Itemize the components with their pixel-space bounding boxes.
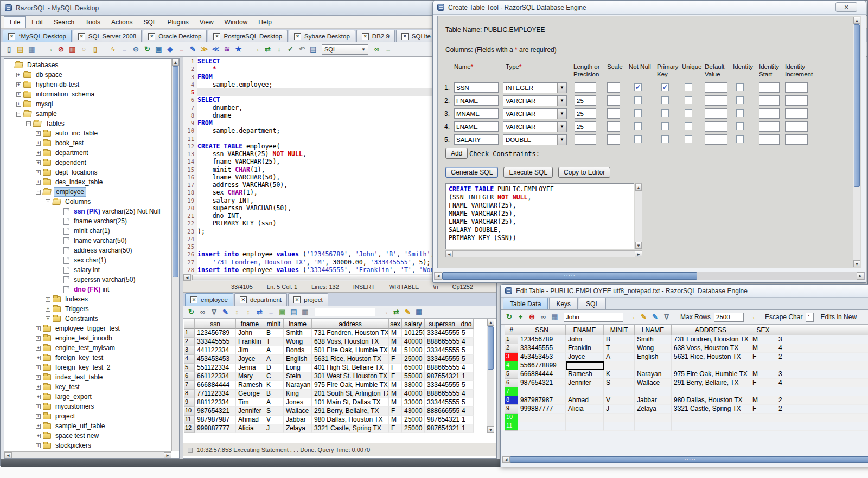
table-cell[interactable] — [672, 361, 750, 370]
tab-table-data[interactable]: Table Data — [503, 298, 548, 309]
dialog-horizontal-scrollbar[interactable]: ◄ ► — [434, 272, 865, 280]
identity-increment-input[interactable] — [785, 95, 808, 106]
tree-item-label[interactable]: superssn varchar(50) — [72, 275, 137, 284]
table-cell[interactable] — [635, 414, 672, 422]
tree-expander-icon[interactable]: + — [46, 297, 50, 302]
table-cell[interactable]: 5631 Rice, Houston TX — [672, 353, 750, 361]
table-cell[interactable]: 333445555 — [425, 355, 459, 364]
table-cell[interactable]: 731 Fondren, Houston TX — [672, 335, 750, 344]
table-cell[interactable]: 980 Dallas, Houston TX — [312, 416, 389, 424]
sql-vertical-scrollbar[interactable]: ▲ ▼ — [635, 183, 642, 249]
edit-sql-icon[interactable]: ✎ — [188, 44, 198, 54]
primary-key-checkbox[interactable] — [661, 96, 669, 104]
tree-item-label[interactable]: index_test_table — [54, 373, 104, 382]
table-cell[interactable]: 3321 Castle, Spring TX — [312, 424, 389, 433]
tree-item[interactable]: fname varchar(25) — [4, 216, 171, 226]
tree-item[interactable]: +mysql — [4, 99, 171, 109]
tree-item[interactable]: +hyphen-db-test — [4, 80, 171, 89]
table-cell[interactable]: 5 — [459, 398, 474, 407]
table-row[interactable]: 5551122334JennaDLong401 High St, Bellair… — [184, 364, 474, 372]
table-cell[interactable]: 123456789 — [195, 329, 236, 338]
table-row[interactable]: 8771122334GeorgeBKing201 South St, Arlin… — [184, 390, 474, 398]
tree-item[interactable]: +dept_locations — [4, 167, 171, 177]
table-cell[interactable]: F — [389, 407, 402, 416]
tree-item[interactable]: −Columns — [4, 197, 171, 206]
identity-increment-input[interactable] — [785, 82, 808, 93]
tree-item[interactable]: +dependent — [4, 158, 171, 167]
column-name-input[interactable] — [454, 95, 499, 106]
table-cell[interactable]: 5 — [459, 381, 474, 390]
tree-item[interactable]: sex char(1) — [4, 255, 171, 265]
table-row[interactable]: 11987987987AhmadVJabbar980 Dallas, Houst… — [184, 416, 474, 424]
key-icon[interactable]: ↕ — [232, 307, 242, 317]
default-value-input[interactable] — [705, 108, 727, 119]
table-cell[interactable]: M — [750, 344, 776, 353]
tree-expander-icon[interactable]: + — [36, 131, 41, 136]
connection-tab[interactable]: ✕*MySQL Desktop — [3, 30, 72, 42]
table-cell[interactable]: Zelaya — [635, 405, 672, 414]
table-row[interactable]: 3441122334JimABonds501 Fire Oak, Humble … — [184, 346, 474, 355]
results-tab[interactable]: ✕department — [234, 293, 287, 306]
table-cell[interactable]: 101 Main St, Dallas TX — [312, 398, 389, 407]
chevron-down-icon[interactable]: ▼ — [557, 122, 566, 132]
column-header[interactable]: ADDRESS — [672, 325, 750, 335]
column-header[interactable]: ssn — [195, 319, 236, 329]
tree-hscroll-track[interactable] — [12, 452, 164, 458]
tree-item[interactable]: +Triggers — [4, 304, 171, 314]
tree-expander-icon[interactable]: + — [36, 151, 41, 156]
table-row[interactable]: 9881122334TimAJones101 Main St, Dallas T… — [184, 398, 474, 407]
undo-icon[interactable]: ↶ — [297, 44, 307, 54]
column-header[interactable]: MINIT — [604, 325, 635, 335]
tree-item[interactable]: +key_test — [4, 382, 171, 392]
delete-row-icon[interactable]: ⊖ — [527, 312, 537, 322]
table-cell[interactable]: 123456789 — [518, 335, 566, 344]
tree-expander-icon[interactable]: + — [36, 375, 41, 380]
column-header[interactable]: salary — [402, 319, 425, 329]
unique-checkbox[interactable] — [685, 109, 692, 117]
tree-item-label[interactable]: book_test — [54, 139, 85, 147]
tree-item[interactable]: +index_test_table — [4, 372, 171, 382]
close-tab-icon[interactable]: ✕ — [78, 33, 85, 40]
table-cell[interactable]: 987987987 — [195, 416, 236, 424]
table-cell[interactable]: F — [389, 355, 402, 364]
table-cell[interactable]: King — [284, 390, 312, 398]
close-tab-icon[interactable]: ✕ — [148, 33, 155, 40]
table-cell[interactable]: 333445555 — [425, 381, 459, 390]
table-cell[interactable]: M — [750, 396, 776, 405]
row-number[interactable]: 10 — [505, 414, 518, 422]
edit-cell-icon[interactable]: ✎ — [220, 307, 231, 317]
connection-tab[interactable]: ✕PostgreSQL Desktop — [208, 30, 288, 42]
results-search-input[interactable] — [315, 308, 375, 316]
table-cell[interactable]: F — [389, 372, 402, 381]
tree-item[interactable]: +Indexes — [4, 294, 171, 304]
table-cell[interactable] — [635, 361, 672, 370]
tree-item[interactable]: −employee — [4, 187, 171, 197]
table-cell[interactable] — [566, 414, 604, 422]
identity-increment-input[interactable] — [785, 108, 808, 119]
column-header[interactable]: minit — [264, 319, 284, 329]
tree-item[interactable]: minit char(1) — [4, 226, 171, 236]
table-row[interactable]: 2333445555FranklinTWong638 Voss, Houston… — [505, 344, 868, 353]
table-cell[interactable] — [604, 387, 635, 396]
table-cell[interactable]: 501 Fire Oak, Humble TX — [312, 346, 389, 355]
row-number[interactable]: 5 — [505, 370, 518, 379]
tab-keys[interactable]: Keys — [549, 298, 578, 309]
tree-item-label[interactable]: engine_test_myisam — [54, 344, 117, 352]
not-null-checkbox[interactable] — [634, 135, 642, 143]
execute-sql-button[interactable]: Execute SQL — [503, 167, 553, 178]
identity-start-input[interactable] — [759, 95, 780, 106]
scroll-up-icon[interactable]: ▲ — [487, 319, 494, 326]
generated-sql-textarea[interactable]: CREATE TABLE PUBLIC.EMPLOYEE(SSN INTEGER… — [445, 183, 634, 249]
tree-expander-icon[interactable]: + — [36, 356, 41, 360]
identity-checkbox[interactable] — [736, 122, 744, 130]
replace-icon[interactable]: ✎ — [650, 312, 660, 322]
row-number[interactable]: 4 — [184, 355, 195, 364]
table-cell[interactable]: 333445555 — [425, 346, 459, 355]
scale-input[interactable] — [607, 108, 620, 119]
clipboard-icon[interactable]: ▣ — [154, 44, 164, 54]
query-results-icon[interactable]: ≡ — [176, 44, 187, 54]
view-results-icon[interactable]: ∞ — [372, 44, 382, 54]
max-rows-input[interactable] — [714, 313, 744, 322]
table-cell[interactable]: 333445555 — [425, 329, 459, 338]
tree-item-label[interactable]: auto_inc_table — [54, 129, 99, 138]
